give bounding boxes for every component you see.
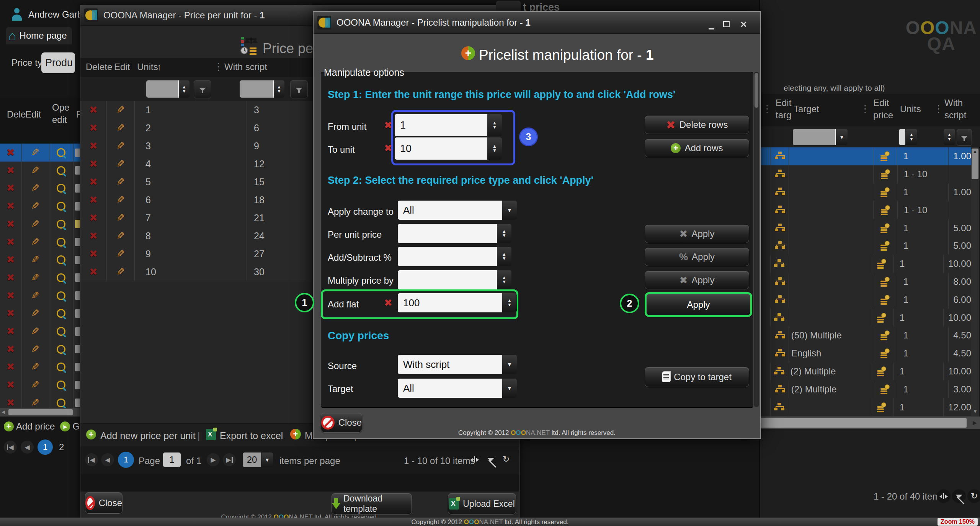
edit-price-button[interactable] [873, 237, 897, 255]
delete-button[interactable]: ✖ [0, 162, 22, 180]
edit-button[interactable]: ✎ [107, 227, 135, 245]
table-row[interactable]: ✖✎ [0, 304, 80, 323]
table-row[interactable]: 15.00 [760, 237, 971, 255]
table-row[interactable]: ✖✎ [0, 287, 80, 305]
apply-multiply-button[interactable]: ✖ Apply [645, 271, 749, 289]
delete-button[interactable]: ✖ [80, 191, 107, 209]
open-edit-button[interactable] [49, 304, 74, 322]
col-delete[interactable]: Dele [7, 109, 26, 120]
edit-target-button[interactable] [771, 345, 789, 363]
table-row[interactable]: 16.00 [760, 291, 971, 309]
delete-button[interactable]: ✖ [80, 263, 107, 281]
table-row[interactable]: 1 - 10 [760, 201, 971, 219]
dots-icon[interactable]: ⋮ [860, 103, 870, 115]
file-cell[interactable] [74, 251, 80, 269]
add-flat-input[interactable]: 100 [398, 293, 502, 312]
hidden-window-tab[interactable] [496, 1, 521, 12]
edit-button[interactable]: ✎ [22, 287, 49, 305]
add-price-button[interactable]: Add price [16, 421, 55, 432]
delete-button[interactable]: ✖ [80, 155, 107, 173]
file-cell[interactable] [74, 340, 80, 358]
clear-filter-button[interactable] [484, 452, 498, 466]
table-row[interactable]: 1 - 10 [760, 165, 971, 184]
col-edit[interactable]: Edit [25, 109, 41, 120]
delete-button[interactable]: ✖ [80, 101, 107, 119]
page-2-button[interactable]: 2 [57, 442, 64, 452]
refresh-button[interactable]: ↻ [499, 452, 513, 466]
file-cell[interactable] [74, 358, 80, 376]
target-filter-dropdown[interactable]: ▼ [836, 129, 848, 145]
delete-rows-button[interactable]: ✖ Delete rows [645, 116, 749, 134]
delete-button[interactable]: ✖ [0, 233, 22, 251]
edit-target-button[interactable] [771, 309, 788, 327]
open-edit-button[interactable] [49, 233, 74, 251]
table-row[interactable]: (2) Multiple110.00 [760, 363, 971, 381]
col-with-script[interactable]: With script [224, 62, 267, 72]
open-edit-button[interactable] [49, 376, 74, 394]
delete-button[interactable]: ✖ [0, 215, 22, 233]
page-input[interactable]: 1 [163, 452, 181, 467]
open-edit-button[interactable] [49, 197, 74, 215]
delete-button[interactable]: ✖ [0, 251, 22, 269]
download-template-button[interactable]: Download template [332, 493, 412, 515]
edit-target-button[interactable] [771, 273, 789, 291]
edit-target-button[interactable] [771, 165, 789, 183]
edit-button[interactable]: ✎ [22, 322, 49, 340]
from-unit-stepper[interactable]: 1 ▲▼ [395, 114, 502, 136]
copy-to-target-button[interactable]: Copy to target [645, 367, 749, 387]
per-unit-price-stepper[interactable]: ▲▼ [398, 224, 511, 243]
clear-add-flat-icon[interactable]: ✖ [384, 297, 392, 309]
source-dropdown[interactable]: ▼ [502, 355, 517, 374]
from-unit-input[interactable]: 1 [395, 114, 487, 136]
target-dropdown[interactable]: ▼ [502, 379, 517, 398]
table-row[interactable]: ✖✎ [0, 269, 80, 287]
source-value[interactable]: With script [398, 355, 502, 374]
edit-price-button[interactable] [873, 345, 897, 363]
col-open-edit-1[interactable]: Ope [52, 102, 69, 113]
edit-target-button[interactable] [771, 291, 789, 309]
script-filter-funnel-button[interactable] [957, 129, 972, 146]
col-edit-price-2[interactable]: price [873, 110, 893, 121]
delete-button[interactable]: ✖ [80, 227, 107, 245]
add-subtract-spinner[interactable]: ▲▼ [497, 247, 511, 266]
add-flat-spinner[interactable]: ▲▼ [502, 293, 517, 312]
col-delete[interactable]: Delete [86, 62, 112, 72]
edit-button[interactable]: ✎ [22, 233, 49, 251]
delete-button[interactable]: ✖ [0, 197, 22, 215]
table-row[interactable]: ✖✎ [0, 340, 80, 359]
edit-button[interactable]: ✎ [22, 251, 49, 269]
col-edit-target-2[interactable]: targ [776, 110, 791, 121]
edit-button[interactable]: ✎ [107, 155, 135, 173]
table-row[interactable]: ✖✎ [0, 179, 80, 198]
table-row[interactable]: 18.00 [760, 273, 971, 291]
maximize-button[interactable] [723, 19, 730, 29]
script-filter-funnel-button[interactable] [290, 80, 308, 98]
column-resize-button[interactable] [468, 452, 482, 466]
delete-button[interactable]: ✖ [80, 209, 107, 227]
home-page-tab[interactable]: ⌂ Home page [6, 27, 72, 44]
col-with-script-2[interactable]: script [944, 110, 966, 121]
col-target[interactable]: Target [794, 104, 819, 114]
left-hscroll-thumb[interactable] [8, 409, 73, 415]
column-resize-button[interactable] [937, 489, 951, 503]
table-row[interactable]: English14.50 [760, 345, 971, 363]
scroll-right-icon[interactable]: ▶ [973, 420, 977, 426]
units-filter-spinner[interactable]: ▲▼ [179, 80, 189, 98]
edit-target-button[interactable] [771, 363, 788, 381]
delete-button[interactable]: ✖ [0, 376, 22, 394]
apply-change-to-value[interactable]: All [398, 201, 502, 220]
from-unit-spinner[interactable]: ▲▼ [487, 114, 502, 136]
col-edit-target-1[interactable]: Edit [776, 98, 791, 108]
add-subtract-stepper[interactable]: ▲▼ [398, 247, 511, 266]
edit-button[interactable]: ✎ [107, 119, 135, 137]
add-new-price-button[interactable]: Add new price per unit [100, 430, 196, 441]
units-filter-input[interactable] [899, 129, 905, 145]
edit-button[interactable]: ✎ [107, 101, 135, 119]
edit-price-button[interactable] [873, 380, 897, 398]
file-cell[interactable] [74, 376, 80, 394]
minimize-button[interactable] [709, 21, 714, 32]
col-units[interactable]: Units [137, 62, 158, 72]
edit-target-button[interactable] [771, 219, 789, 237]
target-select[interactable]: All ▼ [398, 379, 517, 398]
edit-target-button[interactable] [771, 147, 789, 165]
